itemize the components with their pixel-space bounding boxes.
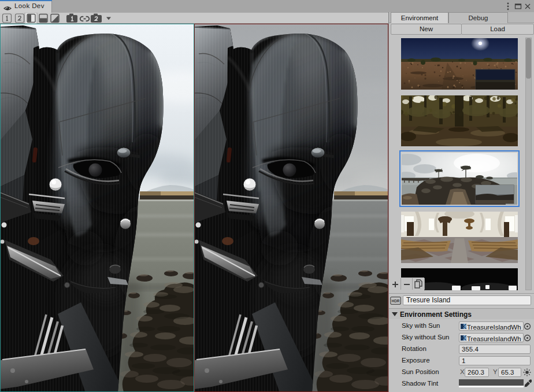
svg-text:HDR: HDR (391, 299, 399, 303)
